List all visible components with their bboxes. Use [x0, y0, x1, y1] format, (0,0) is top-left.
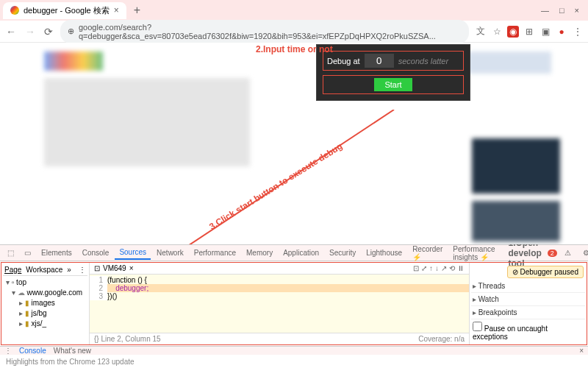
- resume-icon[interactable]: ⊡: [413, 264, 419, 272]
- drawer-menu-icon[interactable]: ⋮: [4, 347, 12, 355]
- devtools-right: 2 ⚠ ⚙ ⋮ ×: [548, 247, 588, 259]
- toolbar-actions: 文 ☆ ◉ ⊞ ▣ ● ⋮: [475, 26, 584, 38]
- tab-lighthouse[interactable]: Lighthouse: [362, 247, 406, 259]
- tab-sources[interactable]: Sources: [115, 246, 151, 260]
- tab-network[interactable]: Network: [152, 247, 188, 259]
- settings-icon[interactable]: ⚙: [578, 247, 588, 259]
- step-icon[interactable]: ↗: [441, 264, 447, 272]
- extension-icon[interactable]: ◉: [507, 26, 519, 38]
- window-controls: — □ ×: [541, 6, 585, 15]
- drawer-whatsnew[interactable]: What's new: [54, 347, 91, 355]
- url-text: google.com/search?q=debugger&sca_esv=807…: [79, 23, 462, 40]
- code-editor[interactable]: 1(function () { 2 debugger; 3})(): [90, 275, 469, 333]
- overrides-icon[interactable]: ⊡: [94, 264, 100, 272]
- pause-exceptions[interactable]: Pause on uncaught exceptions: [471, 319, 585, 343]
- tab-elements[interactable]: Elements: [37, 247, 76, 259]
- forward-button[interactable]: →: [24, 26, 37, 38]
- sources-sidebar: Page Workspace » ⋮ ▫ top ☁ www.google.co…: [1, 263, 90, 344]
- maximize-button[interactable]: □: [559, 6, 564, 15]
- devtools-tabs: ⬚ ▭ Elements Console Sources Network Per…: [0, 245, 588, 261]
- close-button[interactable]: ×: [575, 6, 579, 15]
- annotation-2: 2.Input time or not: [256, 44, 333, 54]
- drawer: ⋮ Console What's new ×: [0, 346, 588, 355]
- square-icon[interactable]: ▣: [539, 26, 551, 38]
- step-out-icon[interactable]: ↓: [435, 264, 439, 272]
- cursor-pos: {} Line 2, Column 15: [94, 335, 161, 343]
- code-panel: ⊡ VM649 × ⊡ ⤢ ↑ ↓ ↗ ⟲ ⏸ 1(function () { …: [90, 263, 469, 344]
- file-tab-bar: ⊡ VM649 × ⊡ ⤢ ↑ ↓ ↗ ⟲ ⏸: [90, 263, 469, 275]
- blurred-image-2: [472, 201, 560, 241]
- start-row: Start: [323, 75, 464, 94]
- drawer-console[interactable]: Console: [19, 347, 46, 355]
- highlights-text: Highlights from the Chrome 123 update: [0, 355, 588, 368]
- tab-performance[interactable]: Performance: [190, 247, 240, 259]
- seconds-label: seconds latter: [398, 57, 448, 66]
- new-tab-button[interactable]: +: [129, 4, 145, 17]
- error-badge[interactable]: 2: [548, 250, 557, 257]
- avatar-icon[interactable]: ●: [556, 26, 567, 38]
- debug-time-row: Debug at seconds latter: [323, 51, 464, 71]
- menu-icon[interactable]: ⋮: [572, 26, 584, 38]
- tree-top[interactable]: ▫ top: [3, 277, 87, 288]
- start-button[interactable]: Start: [374, 78, 412, 91]
- device-icon[interactable]: ▭: [20, 247, 35, 259]
- debug-at-label: Debug at: [327, 57, 360, 66]
- tab-recorder[interactable]: Recorder ⚡: [408, 243, 447, 263]
- debugger-paused-badge: ⊘ Debugger paused: [507, 266, 584, 278]
- browser-tab[interactable]: debugger - Google 検索 ×: [3, 2, 126, 19]
- coverage: Coverage: n/a: [418, 335, 465, 343]
- tab-perf-insights[interactable]: Performance insights ⚡: [448, 243, 499, 263]
- drawer-content: Highlights from the Chrome 123 update Ea…: [0, 355, 588, 368]
- tab-close-icon[interactable]: ×: [114, 5, 119, 15]
- tab-application[interactable]: Application: [279, 247, 323, 259]
- address-bar[interactable]: ⊕ google.com/search?q=debugger&sca_esv=8…: [60, 20, 469, 43]
- translate-icon[interactable]: 文: [475, 26, 487, 38]
- threads-section[interactable]: Threads: [471, 280, 585, 293]
- blurred-image-1: [472, 138, 560, 194]
- titlebar: debugger - Google 検索 × + — □ ×: [0, 0, 588, 21]
- file-tree: ▫ top ☁ www.google.com ▮ images ▮ js/bg …: [3, 276, 87, 330]
- blurred-results: [44, 78, 250, 166]
- tab-title: debugger - Google 検索: [24, 5, 110, 16]
- debug-time-input[interactable]: [365, 54, 394, 68]
- file-close-icon[interactable]: ×: [129, 264, 134, 272]
- back-button[interactable]: ←: [4, 26, 18, 38]
- page-content: Debug at seconds latter Start 2.Input ti…: [0, 43, 588, 244]
- tab-console[interactable]: Console: [78, 247, 114, 259]
- debugger-sidebar: ⊘ Debugger paused Threads Watch Breakpoi…: [469, 263, 587, 344]
- blurred-logo: [44, 52, 103, 71]
- minimize-button[interactable]: —: [541, 6, 549, 15]
- pause-icon[interactable]: ⏸: [457, 264, 465, 272]
- tab-security[interactable]: Security: [325, 247, 360, 259]
- code-status: {} Line 2, Column 15 Coverage: n/a: [90, 333, 469, 344]
- more-tabs[interactable]: »: [67, 266, 71, 274]
- pause-checkbox[interactable]: [473, 322, 482, 331]
- debug-panel: Debug at seconds latter Start: [316, 44, 470, 101]
- tree-folder-images[interactable]: ▮ images: [3, 298, 87, 308]
- tree-folder-jsbg[interactable]: ▮ js/bg: [3, 308, 87, 319]
- deactivate-bp-icon[interactable]: ⟲: [449, 264, 455, 272]
- debugger-controls: ⊡ ⤢ ↑ ↓ ↗ ⟲ ⏸: [413, 264, 465, 272]
- devtools: ⬚ ▭ Elements Console Sources Network Per…: [0, 244, 588, 368]
- bookmark-icon[interactable]: ☆: [491, 26, 503, 38]
- more-icon[interactable]: ⋮: [79, 266, 86, 274]
- favicon: [10, 6, 19, 15]
- step-over-icon[interactable]: ⤢: [421, 264, 427, 272]
- watch-section[interactable]: Watch: [471, 293, 585, 306]
- breakpoints-section[interactable]: Breakpoints: [471, 306, 585, 319]
- extensions-icon[interactable]: ⊞: [523, 26, 535, 38]
- url-bar: ← → ⟳ ⊕ google.com/search?q=debugger&sca…: [0, 21, 588, 43]
- tree-domain[interactable]: ☁ www.google.com: [3, 288, 87, 298]
- step-into-icon[interactable]: ↑: [429, 264, 433, 272]
- warning-icon[interactable]: ⚠: [560, 247, 576, 259]
- file-name[interactable]: VM649: [103, 264, 126, 272]
- inspect-icon[interactable]: ⬚: [3, 247, 18, 259]
- workspace-tab[interactable]: Workspace: [26, 266, 62, 274]
- reload-button[interactable]: ⟳: [43, 26, 54, 38]
- tab-memory[interactable]: Memory: [242, 247, 277, 259]
- devtools-body: Page Workspace » ⋮ ▫ top ☁ www.google.co…: [1, 262, 587, 345]
- site-info-icon[interactable]: ⊕: [68, 26, 74, 36]
- page-tab[interactable]: Page: [4, 266, 21, 274]
- tree-folder-xjs[interactable]: ▮ xjs/_: [3, 319, 87, 329]
- drawer-close-icon[interactable]: ×: [579, 347, 584, 355]
